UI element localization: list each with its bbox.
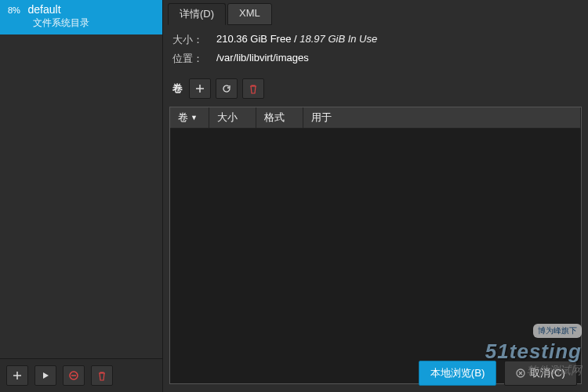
pool-name: default <box>28 3 61 16</box>
table-header: 卷▼ 大小 格式 用于 <box>170 107 581 129</box>
trash-icon <box>97 371 107 381</box>
table-body <box>170 129 581 383</box>
cancel-label: 取消(C) <box>530 366 565 380</box>
sidebar-toolbar <box>0 358 162 392</box>
pool-type: 文件系统目录 <box>33 16 154 30</box>
stop-pool-button[interactable] <box>63 365 85 386</box>
size-label: 大小： <box>172 33 216 47</box>
add-pool-button[interactable] <box>6 365 28 386</box>
stop-icon <box>68 370 79 381</box>
browse-local-button[interactable]: 本地浏览(B) <box>419 361 497 386</box>
refresh-icon <box>221 83 232 94</box>
chevron-down-icon: ▼ <box>191 114 198 122</box>
dialog-footer: 本地浏览(B) 取消(C) <box>419 361 577 386</box>
col-volume[interactable]: 卷▼ <box>170 107 209 128</box>
add-volume-button[interactable] <box>189 78 211 99</box>
location-row: 位置： /var/lib/libvirt/images <box>168 52 583 66</box>
browse-local-label: 本地浏览(B) <box>430 366 485 380</box>
size-value: 210.36 GiB Free / 18.97 GiB In Use <box>216 33 377 47</box>
volume-toolbar: 卷 <box>168 75 583 102</box>
plus-icon <box>12 370 23 381</box>
volume-label: 卷 <box>172 82 183 96</box>
pool-item-default[interactable]: 8% default 文件系统目录 <box>0 0 162 34</box>
play-icon <box>41 371 50 380</box>
size-row: 大小： 210.36 GiB Free / 18.97 GiB In Use <box>168 33 583 47</box>
plus-icon <box>194 83 205 94</box>
col-format[interactable]: 格式 <box>256 107 303 128</box>
col-size[interactable]: 大小 <box>209 107 256 128</box>
size-free: 210.36 GiB Free <box>216 33 291 45</box>
delete-pool-button[interactable] <box>91 365 113 386</box>
tabs: 详情(D) XML <box>168 3 583 25</box>
location-label: 位置： <box>172 52 216 66</box>
tab-details[interactable]: 详情(D) <box>168 3 226 25</box>
tab-xml[interactable]: XML <box>227 3 272 25</box>
size-used: 18.97 GiB In Use <box>299 33 377 45</box>
refresh-volumes-button[interactable] <box>216 78 238 99</box>
size-sep: / <box>291 33 299 45</box>
volumes-table: 卷▼ 大小 格式 用于 <box>169 107 582 384</box>
trash-icon <box>249 84 258 94</box>
main-panel: 详情(D) XML 大小： 210.36 GiB Free / 18.97 Gi… <box>163 0 588 392</box>
pool-list: 8% default 文件系统目录 <box>0 0 162 358</box>
col-used-by[interactable]: 用于 <box>303 107 581 128</box>
delete-volume-button[interactable] <box>242 78 264 99</box>
cancel-icon <box>516 368 525 378</box>
col-volume-label: 卷 <box>178 111 188 125</box>
pool-usage-percent: 8% <box>8 5 20 15</box>
cancel-button[interactable]: 取消(C) <box>504 361 577 386</box>
sidebar: 8% default 文件系统目录 <box>0 0 163 392</box>
location-value: /var/lib/libvirt/images <box>216 52 309 66</box>
start-pool-button[interactable] <box>34 365 56 386</box>
